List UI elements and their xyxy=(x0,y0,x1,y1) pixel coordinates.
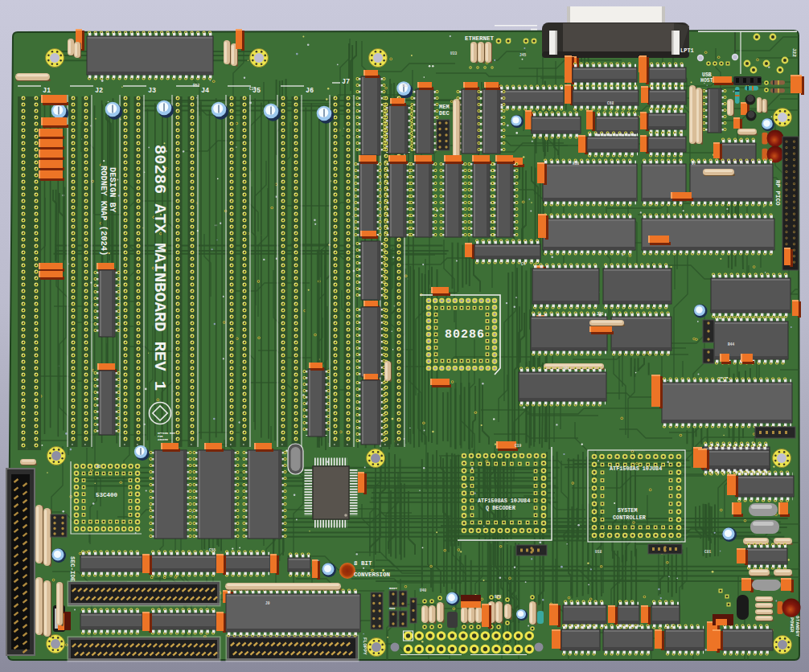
svg-text:C37: C37 xyxy=(249,87,256,91)
svg-text:POWER: POWER xyxy=(789,617,795,633)
svg-text:J3: J3 xyxy=(148,87,156,95)
svg-text:ATF1508AS 10JU84: ATF1508AS 10JU84 xyxy=(478,498,530,504)
svg-text:C55: C55 xyxy=(209,548,216,552)
svg-text:J30: J30 xyxy=(597,312,603,316)
svg-text:STANDBY: STANDBY xyxy=(795,616,800,637)
svg-text:U40: U40 xyxy=(420,588,426,592)
svg-text:J2: J2 xyxy=(95,87,103,95)
svg-text:R52: R52 xyxy=(193,84,199,88)
svg-text:J4: J4 xyxy=(201,87,209,95)
svg-text:J6: J6 xyxy=(306,87,314,95)
svg-text:ATF1508AS 10JU84: ATF1508AS 10JU84 xyxy=(610,465,662,472)
svg-text:80286 ATX MAINBOARD REV 1: 80286 ATX MAINBOARD REV 1 xyxy=(150,145,169,391)
svg-text:U12: U12 xyxy=(402,84,409,88)
svg-text:CONTROLLER: CONTROLLER xyxy=(613,514,647,521)
svg-text:ETHERNET: ETHERNET xyxy=(465,35,495,42)
svg-text:R3: R3 xyxy=(97,465,101,469)
svg-text:SYSTEM: SYSTEM xyxy=(618,507,637,514)
svg-text:53C400: 53C400 xyxy=(96,492,118,498)
svg-text:C81: C81 xyxy=(704,550,711,554)
svg-text:R44: R44 xyxy=(728,342,734,346)
svg-text:C68: C68 xyxy=(607,101,614,105)
svg-text:SEC-IDE: SEC-IDE xyxy=(69,556,76,582)
svg-text:RODNEY KNAP (2024): RODNEY KNAP (2024) xyxy=(99,166,109,256)
svg-text:DEC: DEC xyxy=(439,110,450,117)
svg-text:FLOPPY: FLOPPY xyxy=(362,637,368,655)
svg-text:8 BIT: 8 BIT xyxy=(354,560,372,567)
svg-text:BOOT: BOOT xyxy=(389,587,398,590)
svg-text:HOST: HOST xyxy=(700,78,713,84)
svg-text:RP PICO: RP PICO xyxy=(774,180,781,206)
svg-text:J7: J7 xyxy=(342,78,350,86)
svg-text:286086: 286086 xyxy=(158,438,168,441)
svg-text:C4: C4 xyxy=(521,262,526,266)
svg-text:J22: J22 xyxy=(791,48,797,57)
svg-text:LPT1: LPT1 xyxy=(680,47,694,54)
svg-text:R28: R28 xyxy=(495,595,501,599)
svg-text:R10: R10 xyxy=(573,162,579,166)
svg-text:80286: 80286 xyxy=(445,328,485,342)
svg-text:CONVERSION: CONVERSION xyxy=(354,572,390,578)
svg-text:MEM: MEM xyxy=(439,104,450,110)
svg-text:U18: U18 xyxy=(595,550,602,554)
svg-text:USB: USB xyxy=(702,72,712,78)
svg-text:U7: U7 xyxy=(692,162,696,166)
svg-text:J9: J9 xyxy=(265,601,270,605)
svg-text:HDD: HDD xyxy=(389,607,396,610)
svg-text:J45: J45 xyxy=(519,53,526,57)
svg-text:C19: C19 xyxy=(515,444,521,448)
svg-text:J1: J1 xyxy=(43,87,51,95)
svg-text:U33: U33 xyxy=(450,51,457,55)
svg-text:Q DECODER: Q DECODER xyxy=(486,505,516,511)
svg-text:U21: U21 xyxy=(563,367,569,371)
